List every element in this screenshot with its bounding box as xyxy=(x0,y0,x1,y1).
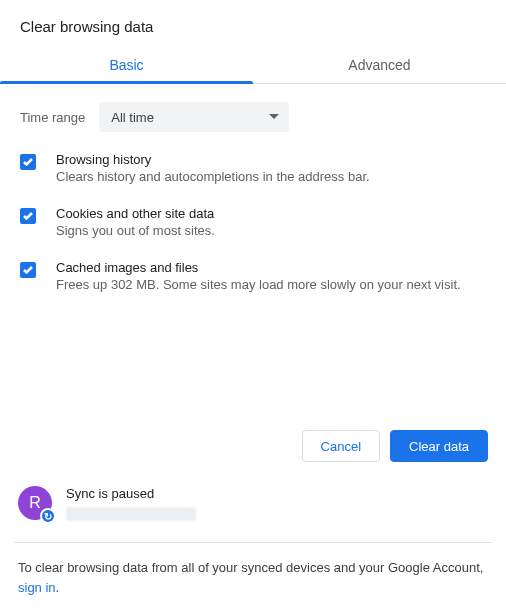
checkbox-cookies[interactable] xyxy=(20,208,36,224)
footer-message: To clear browsing data from all of your … xyxy=(18,560,483,575)
avatar-letter: R xyxy=(29,494,41,512)
tabs: Basic Advanced xyxy=(0,45,506,84)
cancel-button[interactable]: Cancel xyxy=(302,430,380,462)
checkbox-browsing-history[interactable] xyxy=(20,154,36,170)
time-range-value: All time xyxy=(111,110,154,125)
option-label: Cached images and files xyxy=(56,260,461,275)
check-icon xyxy=(23,158,33,166)
option-desc: Frees up 302 MB. Some sites may load mor… xyxy=(56,277,461,292)
time-range-label: Time range xyxy=(20,110,85,125)
tab-advanced[interactable]: Advanced xyxy=(253,45,506,83)
checkbox-cache[interactable] xyxy=(20,262,36,278)
option-desc: Signs you out of most sites. xyxy=(56,223,215,238)
option-label: Cookies and other site data xyxy=(56,206,215,221)
divider xyxy=(14,542,492,543)
clear-data-button[interactable]: Clear data xyxy=(390,430,488,462)
footer-suffix: . xyxy=(56,580,60,595)
sign-in-link[interactable]: sign in xyxy=(18,580,56,595)
check-icon xyxy=(23,266,33,274)
chevron-down-icon xyxy=(269,114,279,120)
option-label: Browsing history xyxy=(56,152,370,167)
time-range-select[interactable]: All time xyxy=(99,102,289,132)
tab-basic[interactable]: Basic xyxy=(0,45,253,83)
sync-status: Sync is paused xyxy=(66,486,196,501)
option-desc: Clears history and autocompletions in th… xyxy=(56,169,370,184)
check-icon xyxy=(23,212,33,220)
avatar: R ↻ xyxy=(18,486,52,520)
sync-account-redacted xyxy=(66,507,196,521)
dialog-title: Clear browsing data xyxy=(18,0,488,45)
sync-paused-badge-icon: ↻ xyxy=(40,508,56,524)
footer-text: To clear browsing data from all of your … xyxy=(18,558,488,597)
